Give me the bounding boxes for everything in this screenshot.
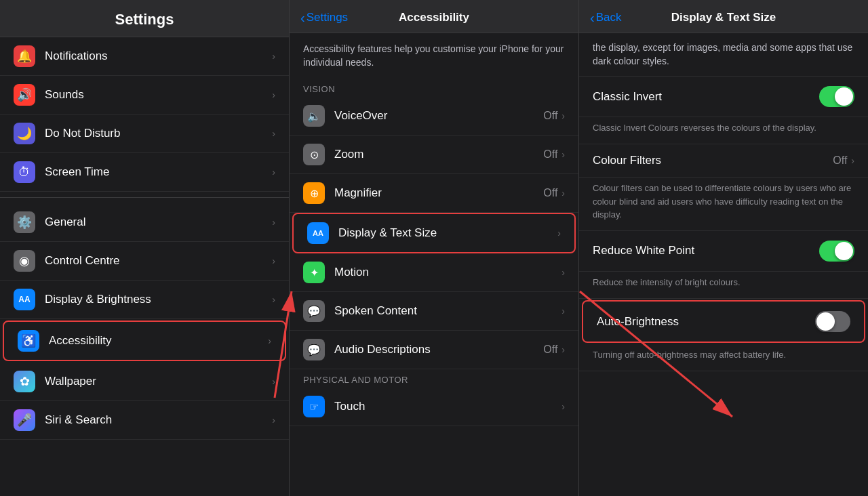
touch-chevron: › (561, 401, 565, 412)
magnifier-icon: ⊕ (303, 182, 325, 204)
auto-brightness-desc-desc: Turning off auto-brightness may affect b… (593, 350, 786, 360)
classic-invert-toggle[interactable] (819, 86, 854, 107)
do-not-disturb-icon: 🌙 (14, 123, 35, 144)
display-text-size-icon: AA (307, 222, 329, 244)
display-item-auto-brightness: Auto-Brightness (582, 300, 865, 343)
notifications-icon: 🔔 (14, 45, 35, 67)
acc-item-audio-descriptions[interactable]: 💬 Audio Descriptions Off › (290, 331, 578, 369)
reduce-white-point-desc-desc: Reduce the intensity of bright colours. (593, 277, 741, 287)
display-text-size-label: Display & Text Size (338, 226, 557, 240)
audio-descriptions-icon: 💬 (303, 339, 325, 360)
siri-search-icon: 🎤 (14, 409, 35, 431)
touch-label: Touch (334, 400, 561, 413)
siri-search-label: Siri & Search (45, 413, 272, 427)
display-intro: the display, except for images, media an… (579, 33, 868, 77)
display-header: ‹ Back Display & Text Size (579, 0, 868, 33)
acc-item-display-text-size[interactable]: AA Display & Text Size › (292, 213, 576, 253)
settings-item-accessibility[interactable]: ♿ Accessibility › (3, 321, 286, 361)
do-not-disturb-label: Do Not Disturb (45, 127, 272, 140)
auto-brightness-toggle[interactable] (815, 311, 850, 332)
accessibility-label: Accessibility (49, 334, 268, 348)
settings-item-do-not-disturb[interactable]: 🌙 Do Not Disturb › (0, 115, 289, 153)
accessibility-title: Accessibility (399, 11, 469, 24)
section-label-VISION: VISION (290, 79, 578, 97)
accessibility-description: Accessibility features help you customis… (290, 33, 578, 79)
classic-invert-label: Classic Invert (593, 90, 662, 104)
classic-invert-desc-desc: Classic Invert Colours reverses the colo… (593, 123, 816, 133)
wallpaper-chevron: › (272, 376, 275, 387)
audio-descriptions-chevron: › (561, 344, 565, 355)
display-brightness-chevron: › (272, 294, 275, 305)
accessibility-icon: ♿ (18, 330, 39, 352)
touch-icon: ☞ (303, 396, 325, 417)
acc-item-motion[interactable]: ✦ Motion › (290, 253, 578, 292)
acc-item-zoom[interactable]: ⊙ Zoom Off › (290, 136, 578, 174)
acc-item-magnifier[interactable]: ⊕ Magnifier Off › (290, 174, 578, 213)
accessibility-chevron: › (268, 335, 271, 346)
voiceover-value: Off (543, 110, 557, 122)
display-item-colour-filters[interactable]: Colour Filters Off › (579, 144, 868, 178)
display-item-classic-invert-desc: Classic Invert Colours reverses the colo… (579, 117, 868, 144)
general-label: General (45, 215, 272, 229)
settings-item-siri-search[interactable]: 🎤 Siri & Search › (0, 401, 289, 440)
colour-filters-chevron: › (851, 155, 854, 166)
display-item-classic-invert: Classic Invert (579, 77, 868, 117)
back-label-2: Back (596, 11, 622, 24)
audio-descriptions-label: Audio Descriptions (334, 343, 543, 356)
reduce-white-point-toggle[interactable] (819, 241, 854, 262)
motion-icon: ✦ (303, 262, 325, 283)
display-item-reduce-white-point-desc: Reduce the intensity of bright colours. (579, 272, 868, 299)
zoom-icon: ⊙ (303, 144, 325, 165)
spoken-content-icon: 💬 (303, 300, 325, 322)
display-text-size-chevron: › (557, 228, 561, 239)
audio-descriptions-value: Off (543, 344, 557, 356)
screen-time-icon: ⏱ (14, 161, 35, 183)
back-to-settings-button[interactable]: ‹ Settings (300, 10, 348, 26)
display-brightness-icon: AA (14, 289, 35, 310)
back-chevron-icon-2: ‹ (590, 10, 595, 26)
settings-item-wallpaper[interactable]: ✿ Wallpaper › (0, 363, 289, 401)
settings-item-general[interactable]: ⚙️ General › (0, 203, 289, 242)
settings-item-display-brightness[interactable]: AA Display & Brightness › (0, 281, 289, 319)
acc-item-touch[interactable]: ☞ Touch › (290, 388, 578, 426)
settings-item-sounds[interactable]: 🔊 Sounds › (0, 76, 289, 115)
colour-filters-desc-desc: Colour filters can be used to differenti… (593, 183, 851, 219)
auto-brightness-label: Auto-Brightness (597, 315, 679, 329)
sounds-label: Sounds (45, 88, 272, 102)
reduce-white-point-toggle-knob (835, 242, 853, 260)
sounds-chevron: › (272, 89, 275, 100)
display-brightness-label: Display & Brightness (45, 293, 272, 306)
zoom-value: Off (543, 148, 557, 161)
settings-item-control-centre[interactable]: ◉ Control Centre › (0, 242, 289, 281)
accessibility-header: ‹ Settings Accessibility (290, 0, 578, 33)
acc-item-voiceover[interactable]: 🔈 VoiceOver Off › (290, 97, 578, 136)
settings-item-notifications[interactable]: 🔔 Notifications › (0, 37, 289, 76)
control-centre-icon: ◉ (14, 250, 35, 272)
voiceover-chevron: › (561, 110, 565, 121)
settings-list: 🔔 Notifications › 🔊 Sounds › 🌙 Do Not Di… (0, 37, 289, 496)
general-chevron: › (272, 217, 275, 228)
voiceover-icon: 🔈 (303, 105, 325, 127)
accessibility-content: Accessibility features help you customis… (290, 33, 578, 496)
siri-search-chevron: › (272, 415, 275, 426)
back-to-accessibility-button[interactable]: ‹ Back (590, 10, 621, 26)
zoom-label: Zoom (334, 148, 543, 161)
notifications-chevron: › (272, 51, 275, 62)
section-label-PHYSICAL AND MOTOR: PHYSICAL AND MOTOR (290, 369, 578, 388)
wallpaper-icon: ✿ (14, 371, 35, 392)
auto-brightness-toggle-knob (816, 312, 835, 331)
notifications-label: Notifications (45, 49, 272, 63)
spoken-content-chevron: › (561, 306, 565, 316)
back-chevron-icon: ‹ (300, 10, 305, 26)
classic-invert-toggle-knob (835, 87, 853, 106)
general-icon: ⚙️ (14, 211, 35, 233)
wallpaper-label: Wallpaper (45, 375, 272, 388)
spoken-content-label: Spoken Content (334, 304, 561, 318)
settings-item-screen-time[interactable]: ⏱ Screen Time › (0, 153, 289, 192)
magnifier-value: Off (543, 187, 557, 199)
acc-item-spoken-content[interactable]: 💬 Spoken Content › (290, 292, 578, 331)
screen-time-label: Screen Time (45, 165, 272, 179)
display-title: Display & Text Size (671, 11, 776, 24)
magnifier-chevron: › (561, 188, 565, 199)
display-items-list: Classic Invert Classic Invert Colours re… (579, 77, 868, 496)
